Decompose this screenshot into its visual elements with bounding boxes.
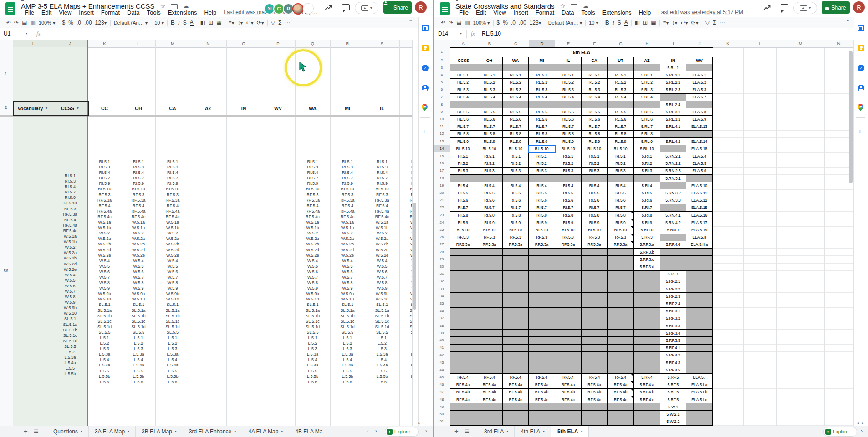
cell-E23[interactable]: RI.5.8 [555, 212, 582, 219]
cell-J4[interactable]: ELA.5.1 [686, 71, 713, 79]
row-header-label[interactable]: 47 [434, 390, 449, 394]
menu-edit[interactable]: Edit [38, 9, 55, 16]
cell-E37[interactable] [555, 315, 582, 322]
cell-F11[interactable]: RL.5.7 [582, 123, 608, 131]
cell-I50[interactable]: 5.W.2.1 [660, 411, 686, 418]
cell-A26[interactable]: RF.5.3 [450, 234, 476, 241]
cell-J44[interactable] [686, 366, 713, 374]
cell-B14[interactable]: RL.5.10 [476, 145, 503, 152]
horizontal-align-button[interactable]: ≡▾ [663, 20, 669, 26]
cell-G5[interactable]: RL.5.2 [608, 79, 634, 86]
formula-input[interactable]: RL.5.10 [482, 30, 861, 37]
cell-F40[interactable] [582, 337, 608, 344]
cell-B7[interactable]: RL.5.4 [476, 94, 503, 101]
cell-D13[interactable]: RL.5.9 [529, 138, 555, 145]
cell-C35[interactable] [503, 300, 529, 307]
cell-A36[interactable] [450, 308, 476, 315]
cell-J33[interactable] [686, 285, 713, 293]
cell-F32[interactable] [582, 278, 608, 285]
cell-E49[interactable] [555, 403, 582, 411]
cell-J47[interactable]: ELA.5.I.b [686, 389, 713, 396]
cell-A13[interactable]: RL.5.9 [450, 138, 476, 145]
cell-C33[interactable] [503, 285, 529, 293]
cell-E43[interactable] [555, 359, 582, 366]
cell-J12[interactable] [686, 131, 713, 138]
more-button[interactable]: ⋯ [719, 20, 725, 26]
cell-A27[interactable]: RF.5.3a [450, 241, 476, 249]
cell-B8[interactable] [476, 101, 503, 108]
row-header-label[interactable]: 35 [434, 301, 449, 305]
cell-I46[interactable]: 5.RF.5 [660, 381, 686, 389]
increase-decimal-button[interactable]: .00 [84, 20, 92, 26]
cell-D36[interactable] [529, 308, 555, 315]
cell-C28[interactable] [503, 249, 529, 256]
cell-J5[interactable]: ELA.5.2 [686, 79, 713, 86]
cell-F17[interactable]: RI.5.3 [582, 168, 608, 175]
cell-C41[interactable] [503, 345, 529, 352]
explore-button[interactable]: ✦Explore [823, 427, 857, 437]
cell-H47[interactable]: 5.RF.4.b [634, 389, 660, 396]
cell-B5[interactable]: RL.5.2 [476, 79, 503, 86]
cell-E3[interactable] [555, 64, 582, 71]
row-header-label[interactable]: 34 [434, 294, 449, 298]
cell-J41[interactable] [686, 345, 713, 352]
cell-H16[interactable]: 5.RI.2 [634, 160, 660, 168]
cell-H42[interactable] [634, 352, 660, 359]
row-header-label[interactable]: 28 [434, 250, 449, 254]
cell-E14[interactable]: RL.5.10 [555, 145, 582, 152]
cell-B28[interactable] [476, 249, 503, 256]
cell-A23[interactable]: RI.5.8 [450, 212, 476, 219]
row-header-label[interactable]: 43 [434, 361, 449, 365]
italic-button[interactable]: I [178, 20, 180, 26]
cell-F13[interactable]: RL.5.9 [582, 138, 608, 145]
row-header-label[interactable]: 15 [434, 154, 449, 158]
cell-C15[interactable]: RI.5.1 [503, 152, 529, 160]
cell-B17[interactable]: RI.5.3 [476, 168, 503, 175]
cell-H11[interactable]: 5.RL.7 [634, 123, 660, 131]
sheet-tab-caret-icon[interactable]: ▾ [281, 429, 283, 433]
calendar-icon[interactable] [858, 25, 864, 31]
get-addons-button[interactable]: + [422, 127, 426, 135]
row-header-label[interactable]: 27 [434, 242, 449, 246]
calendar-icon[interactable] [422, 25, 429, 31]
cell-I43[interactable]: 5.RF.4.3 [660, 359, 686, 366]
cell-I42[interactable]: 5.RF.4.2 [660, 352, 686, 359]
cell-C51[interactable] [503, 418, 529, 426]
cell-C49[interactable] [503, 403, 529, 411]
cell-F28[interactable] [582, 249, 608, 256]
cell-B35[interactable] [476, 300, 503, 307]
cell-J9[interactable]: ELA.5.8 [686, 108, 713, 116]
cell-I36[interactable]: 5.RF.3.1 [660, 308, 686, 315]
cell-F44[interactable] [582, 366, 608, 374]
cell-G42[interactable] [608, 352, 634, 359]
cell-C32[interactable] [503, 278, 529, 285]
cell-G27[interactable]: RF.5.3a [608, 241, 634, 249]
last-edit-link[interactable]: Last edit was yesterday at 5:17 PM [658, 9, 743, 15]
cell-D8[interactable] [529, 101, 555, 108]
menu-edit[interactable]: Edit [472, 9, 490, 16]
cell-J28[interactable] [686, 249, 713, 256]
cell-H28[interactable]: 5.RF.3.b [634, 249, 660, 256]
more-button[interactable]: ⋯ [285, 20, 290, 26]
contacts-icon[interactable] [422, 85, 429, 91]
cell-A10[interactable]: RL.5.6 [450, 116, 476, 123]
cell-B34[interactable] [476, 293, 503, 300]
cell-B3[interactable] [476, 64, 503, 71]
cell-B11[interactable]: RL.5.7 [476, 123, 503, 131]
cell-G18[interactable] [608, 175, 634, 182]
menu-data[interactable]: Data [123, 9, 143, 16]
cell-J40[interactable] [686, 337, 713, 344]
cell-E46[interactable]: RF.5.4a [555, 381, 582, 389]
cell-E5[interactable]: RL.5.2 [555, 79, 582, 86]
cell-D3[interactable] [529, 64, 555, 71]
cell-I41[interactable]: 5.RF.4.1 [660, 345, 686, 352]
cell-A39[interactable] [450, 330, 476, 337]
row-header-label[interactable]: 8 [434, 102, 449, 107]
cell-G4[interactable]: RL.5.1 [608, 71, 634, 79]
cell-E40[interactable] [555, 337, 582, 344]
cell-D41[interactable] [529, 345, 555, 352]
row-header-label[interactable]: 50 [434, 412, 449, 416]
cell-H21[interactable]: 5.RI.6 [634, 197, 660, 204]
cell-G16[interactable]: RI.5.2 [608, 160, 634, 168]
cell-I10[interactable]: 5.RL.3.2 [660, 116, 686, 123]
